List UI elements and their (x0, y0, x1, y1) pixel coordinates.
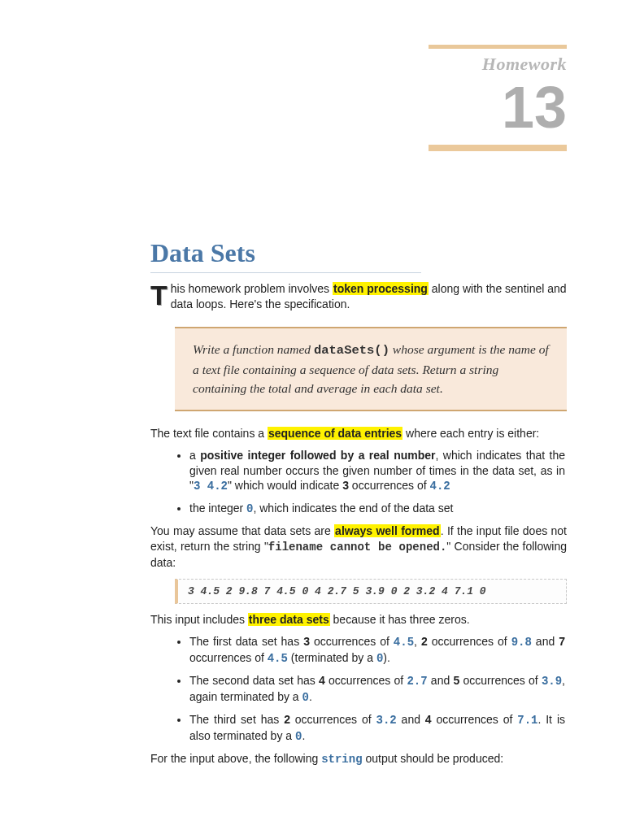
list-item: The second data set has 4 occurrences of… (189, 673, 567, 706)
code-3-4-2: 3 4.2 (194, 480, 228, 493)
code-block-input: 3 4.5 2 9.8 7 4.5 0 4 2.7 5 3.9 0 2 3.2 … (175, 579, 567, 605)
intro-text-1: his homework problem involves (171, 282, 333, 295)
homework-label: Homework (429, 52, 567, 76)
datasets-list: The first data set has 3 occurrences of … (189, 634, 567, 744)
specification-box: Write a function named dataSets() whose … (175, 327, 567, 411)
list-item: the integer 0, which indicates the end o… (189, 501, 567, 517)
intro-paragraph: T his homework problem involves token pr… (150, 281, 567, 312)
code-filename: filename (268, 541, 323, 554)
list-item: The first data set has 3 occurrences of … (189, 634, 567, 667)
hl-well-formed: always well formed (334, 524, 441, 537)
body1-text-1: The text file contains a (150, 427, 268, 440)
code-cannot-open: cannot be opened. (323, 541, 446, 554)
page-title: Data Sets (150, 236, 421, 273)
hl-token-processing: token processing (333, 282, 429, 295)
body-1: The text file contains a sequence of dat… (150, 426, 567, 441)
spec-function-name: dataSets() (314, 343, 389, 358)
header-rule-bottom (429, 145, 567, 151)
header-rule-top (429, 45, 567, 49)
hl-three-data-sets: three data sets (248, 613, 330, 626)
body1-text-2: where each entry is either: (402, 427, 539, 440)
body-3: This input includes three data sets beca… (150, 612, 567, 628)
entry-type-list: a positive integer followed by a real nu… (189, 448, 567, 518)
bold-positive-integer: positive integer followed by a real numb… (200, 449, 435, 462)
homework-header: Homework 13 (429, 45, 567, 151)
dropcap: T (150, 283, 168, 308)
hl-sequence-entries: sequence of data entries (268, 427, 402, 440)
homework-number: 13 (429, 80, 567, 135)
list-item: The third set has 2 occurrences of 3.2 a… (189, 712, 567, 745)
body-2: You may assume that data sets are always… (150, 523, 567, 571)
spec-text-1: Write a function named (193, 342, 314, 356)
list-item: a positive integer followed by a real nu… (189, 448, 567, 495)
body-4: For the input above, the following strin… (150, 751, 567, 767)
code-string: string (321, 753, 362, 766)
